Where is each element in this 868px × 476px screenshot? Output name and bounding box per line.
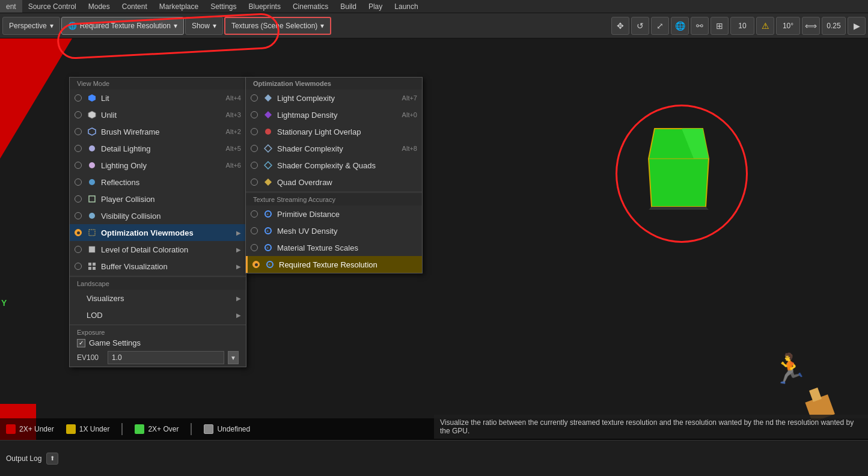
menu-item-source-control[interactable]: Source Control [22,0,82,13]
game-settings-checkbox[interactable]: ✓ [77,339,85,347]
ev100-dropdown-btn[interactable]: ▼ [228,351,239,364]
reflections-label: Reflections [101,178,241,187]
svg-marker-25 [264,178,272,186]
mesh-uv-density-icon: + [263,225,274,236]
menu-item-buffer-visualization[interactable]: Buffer Visualization ▶ [70,258,246,275]
show-button[interactable]: Show ▾ [185,17,223,35]
menu-item-ent[interactable]: ent [0,0,22,13]
menu-item-marketplace[interactable]: Marketplace [153,0,204,13]
show-label: Show [192,22,210,30]
menu-item-modes[interactable]: Modes [82,0,116,13]
menu-item-brush-wireframe[interactable]: Brush Wireframe Alt+2 [70,123,246,140]
menu-item-play[interactable]: Play [362,0,388,13]
texture-streaming-section-label: Texture Streaming Accuracy [246,194,422,206]
view-mode-button[interactable]: 🌐 Required Texture Resolution ▾ [61,17,184,35]
detail-lighting-label: Detail Lighting [101,144,221,153]
submenu-item-lightmap-density[interactable]: Lightmap Density Alt+0 [246,106,422,123]
menu-item-lit[interactable]: Lit Alt+4 [70,90,246,106]
svg-point-11 [89,179,95,185]
game-settings-row[interactable]: ✓ Game Settings [77,338,239,347]
snap2-icon-btn[interactable]: ⟺ [802,17,820,35]
ev100-input[interactable]: 1.0 [108,351,224,364]
view-mode-section-label: View Mode [70,78,246,90]
menu-item-lod-coloration[interactable]: Level of Detail Coloration ▶ [70,241,246,258]
svg-text:+: + [268,263,270,267]
menu-item-build[interactable]: Build [334,0,362,13]
ev100-row: EV100 1.0 ▼ [77,351,239,364]
menu-item-reflections[interactable]: Reflections [70,174,246,191]
grid-num[interactable]: 10 [730,17,754,35]
menu-item-settings[interactable]: Settings [204,0,242,13]
shader-complexity-icon [263,143,274,154]
exposure-section: Exposure ✓ Game Settings EV100 1.0 ▼ [70,326,246,367]
exposure-label: Exposure [77,329,239,336]
radio-lighting-only [75,162,82,169]
svg-rect-12 [89,196,95,202]
optimization-submenu: Optimization Viewmodes Light Complexity … [245,77,423,273]
menu-item-optimization-viewmodes[interactable]: Optimization Viewmodes ▶ [70,224,246,241]
legend-sep2 [191,423,192,435]
angle-num[interactable]: 10° [776,17,800,35]
menu-item-blueprints[interactable]: Blueprints [243,0,287,13]
landscape-section-label: Landscape [70,278,246,290]
shader-complexity-shortcut: Alt+8 [402,145,417,152]
menu-item-unlit[interactable]: Unlit Alt+3 [70,106,246,123]
rotate-icon-btn[interactable]: ↺ [631,17,649,35]
menu-item-content[interactable]: Content [116,0,153,13]
legend-dot-1x-under [66,424,76,434]
submenu-item-primitive-distance[interactable]: + Primitive Distance [246,206,422,222]
svg-marker-23 [264,145,272,152]
lit-icon [87,93,97,103]
perspective-button[interactable]: Perspective ▾ [2,17,60,35]
radio-shader-quads [251,162,258,169]
submenu-item-stationary-light[interactable]: Stationary Light Overlap [246,123,422,140]
legend-1x-under: 1X Under [66,424,110,434]
menu-item-cinematics[interactable]: Cinematics [287,0,334,13]
svg-rect-16 [88,263,91,266]
snap-icon-btn[interactable]: ⚯ [691,17,709,35]
menu-item-visibility-collision[interactable]: Visibility Collision [70,207,246,224]
brush-wireframe-label: Brush Wireframe [101,127,221,136]
radio-mesh-uv-density [251,227,258,234]
ev100-value: 1.0 [112,353,122,362]
radio-primitive-distance [251,210,258,218]
menu-item-visualizers[interactable]: Visualizers ▶ [70,290,246,307]
move-icon-btn[interactable]: ✥ [611,17,629,35]
submenu-item-quad-overdraw[interactable]: Quad Overdraw [246,174,422,191]
chevron-down-icon2: ▾ [174,22,177,30]
submenu-item-mesh-uv-density[interactable]: + Mesh UV Density [246,222,422,239]
grid-icon-btn[interactable]: ⊞ [711,17,729,35]
warn-icon-btn[interactable]: ⚠ [756,17,774,35]
menu-item-player-collision[interactable]: Player Collision [70,191,246,207]
snap-num[interactable]: 0.25 [822,17,846,35]
submenu-item-required-texture[interactable]: + Required Texture Resolution [246,256,422,273]
menu-item-lighting-only[interactable]: Lighting Only Alt+6 [70,157,246,174]
buffer-visualization-label: Buffer Visualization [101,262,234,271]
textures-button[interactable]: Textures (Scene Selection) ▾ [224,17,331,35]
world-icon-btn[interactable]: 🌐 [671,17,689,35]
menu-item-launch[interactable]: Launch [388,0,424,13]
legend-dot-undefined [204,424,213,434]
submenu-item-material-texture[interactable]: + Material Texture Scales [246,239,422,256]
menu-item-lod[interactable]: LOD ▶ [70,307,246,323]
submenu-item-shader-complexity[interactable]: Shader Complexity Alt+8 [246,140,422,157]
submenu-item-light-complexity[interactable]: Light Complexity Alt+7 [246,90,422,106]
stationary-light-icon [263,126,274,137]
radio-quad-overdraw [251,178,258,186]
scale-icon-btn[interactable]: ⤢ [651,17,669,35]
optimization-icon [87,227,97,238]
submenu-item-shader-quads[interactable]: Shader Complexity & Quads [246,157,422,174]
unlit-shortcut: Alt+3 [226,111,241,118]
legend-dot-2x-under [6,424,16,434]
output-log-expand-btn[interactable]: ⬆ [46,453,58,465]
detail-lighting-shortcut: Alt+5 [226,145,241,152]
legend-label-2x-over: 2X+ Over [148,425,179,433]
lighting-only-shortcut: Alt+6 [226,162,241,169]
radio-buffer [75,263,82,270]
radio-player-collision [75,195,82,203]
menu-item-detail-lighting[interactable]: Detail Lighting Alt+5 [70,140,246,157]
more-icon-btn[interactable]: ▶ [848,17,866,35]
chevron-down-icon4: ▾ [320,22,324,30]
svg-marker-24 [264,162,272,169]
view-mode-dropdown: View Mode Lit Alt+4 Unlit Alt+3 Brush [69,77,246,367]
